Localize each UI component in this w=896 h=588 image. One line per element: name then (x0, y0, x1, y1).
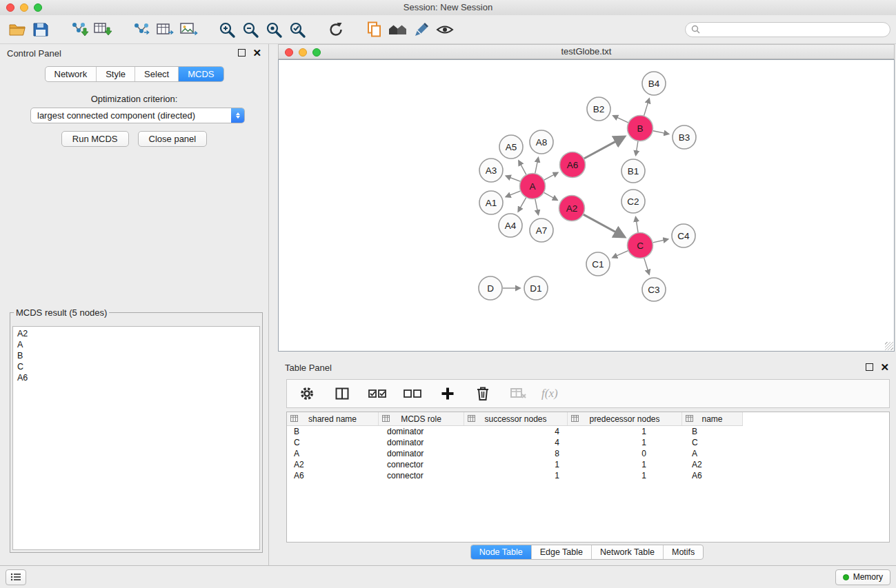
float-panel-button[interactable] (238, 48, 246, 59)
show-columns-button[interactable] (330, 382, 354, 405)
list-item[interactable]: B (13, 350, 259, 361)
list-item[interactable]: A (13, 339, 259, 350)
list-item[interactable]: A2 (13, 328, 259, 339)
criterion-dropdown[interactable]: largest connected component (directed) (30, 108, 245, 123)
node-A8[interactable]: A8 (530, 130, 553, 154)
tab-style[interactable]: Style (96, 67, 135, 81)
edge-C-C1[interactable] (613, 251, 628, 258)
zoom-network-window-button[interactable] (312, 48, 321, 57)
tab-network-table[interactable]: Network Table (591, 545, 663, 559)
node-A6[interactable]: A6 (560, 152, 586, 178)
table-row[interactable]: A2connector11A2 (287, 459, 889, 470)
tab-node-table[interactable]: Node Table (471, 545, 531, 559)
close-panel-button[interactable]: Close panel (138, 131, 208, 147)
home-views-button[interactable] (386, 18, 410, 41)
edge-A6-B[interactable] (584, 136, 624, 159)
edge-C-C2[interactable] (636, 217, 639, 233)
resize-handle[interactable] (885, 342, 893, 350)
task-history-button[interactable] (6, 569, 26, 585)
export-image-button[interactable] (177, 18, 200, 41)
node-B1[interactable]: B1 (621, 159, 645, 183)
minimize-network-window-button[interactable] (299, 48, 307, 57)
table-row[interactable]: Adominator80A (287, 448, 889, 459)
node-A[interactable]: A (520, 174, 546, 199)
select-all-button[interactable] (366, 382, 389, 405)
import-table-button[interactable] (91, 18, 115, 41)
edge-A-A8[interactable] (535, 158, 539, 174)
node-B3[interactable]: B3 (673, 125, 696, 149)
network-canvas[interactable]: B4B2BB3A5A8A6B1A3AC2A1A2A4A7C4CC1C3DD1 (278, 59, 895, 352)
new-table-button[interactable] (153, 18, 177, 41)
apply-layout-button[interactable] (324, 18, 348, 41)
tab-network[interactable]: Network (45, 67, 96, 81)
node-C4[interactable]: C4 (672, 224, 695, 247)
table-row[interactable]: Cdominator41C (287, 437, 889, 448)
edge-C-C4[interactable] (653, 239, 668, 243)
node-A5[interactable]: A5 (499, 135, 523, 159)
zoom-fit-button[interactable] (262, 18, 286, 41)
edge-A-A3[interactable] (506, 176, 520, 181)
delete-table-button[interactable] (506, 382, 530, 405)
node-A1[interactable]: A1 (479, 191, 503, 214)
add-column-button[interactable] (436, 382, 459, 405)
import-network-button[interactable] (68, 18, 91, 41)
node-D[interactable]: D (479, 276, 502, 300)
new-network-button[interactable] (130, 18, 153, 41)
tab-motifs[interactable]: Motifs (663, 545, 703, 559)
tab-select[interactable]: Select (135, 67, 178, 81)
table-row[interactable]: A6connector11A6 (287, 470, 889, 481)
tab-mcds[interactable]: MCDS (178, 67, 223, 81)
edge-A-A6[interactable] (544, 172, 558, 180)
search-input[interactable] (704, 23, 884, 35)
node-C3[interactable]: C3 (642, 278, 666, 301)
node-C[interactable]: C (628, 233, 653, 258)
node-A4[interactable]: A4 (499, 214, 522, 237)
function-builder-button[interactable]: f(x) (541, 387, 558, 401)
node-C2[interactable]: C2 (621, 190, 645, 213)
zoom-selected-button[interactable] (286, 18, 309, 41)
edge-B-B4[interactable] (644, 99, 650, 116)
table-settings-button[interactable] (295, 382, 319, 405)
tab-edge-table[interactable]: Edge Table (531, 545, 591, 559)
column-header-name[interactable]: name (682, 412, 743, 425)
float-table-panel-button[interactable] (866, 363, 873, 373)
node-A2[interactable]: A2 (559, 196, 585, 221)
edge-A-A2[interactable] (544, 192, 558, 200)
edge-A2-C[interactable] (584, 214, 624, 236)
close-table-panel-button[interactable]: ✕ (880, 363, 889, 372)
edge-C-C3[interactable] (644, 258, 649, 274)
close-control-panel-button[interactable]: ✕ (252, 49, 261, 57)
edge-A-A7[interactable] (535, 199, 539, 215)
column-header-mcds-role[interactable]: MCDS role (379, 412, 464, 425)
deselect-all-button[interactable] (401, 382, 424, 405)
node-B4[interactable]: B4 (642, 72, 666, 95)
column-header-shared-name[interactable]: shared name (287, 412, 379, 425)
list-item[interactable]: A6 (13, 372, 259, 383)
close-network-window-button[interactable] (285, 48, 293, 57)
run-mcds-button[interactable]: Run MCDS (61, 131, 129, 147)
node-B[interactable]: B (628, 116, 653, 141)
show-hide-button[interactable] (433, 18, 457, 41)
open-session-button[interactable] (6, 18, 29, 41)
fullscreen-window-button[interactable] (34, 3, 42, 12)
node-A3[interactable]: A3 (479, 159, 503, 182)
edge-A-A4[interactable] (518, 198, 526, 212)
edge-B-B1[interactable] (636, 141, 638, 156)
node-D1[interactable]: D1 (524, 276, 548, 300)
edge-B-B2[interactable] (613, 116, 628, 123)
zoom-in-button[interactable] (215, 18, 239, 41)
close-window-button[interactable] (6, 3, 14, 12)
graphics-details-button[interactable] (410, 18, 433, 41)
column-header-predecessor-nodes[interactable]: predecessor nodes (568, 412, 682, 425)
node-C1[interactable]: C1 (586, 252, 610, 276)
node-A7[interactable]: A7 (530, 219, 553, 242)
zoom-out-button[interactable] (239, 18, 262, 41)
minimize-window-button[interactable] (20, 3, 28, 12)
list-item[interactable]: C (13, 361, 259, 372)
column-header-successor-nodes[interactable]: successor nodes (464, 412, 568, 425)
delete-column-button[interactable] (471, 382, 495, 405)
node-B2[interactable]: B2 (587, 97, 610, 121)
search-box[interactable] (685, 22, 890, 37)
save-session-button[interactable] (29, 18, 52, 41)
memory-button[interactable]: Memory (835, 569, 890, 585)
